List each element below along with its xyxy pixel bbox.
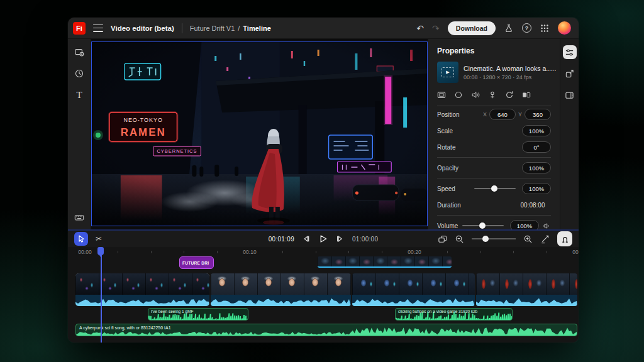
snapping-magnet-button[interactable] [557,231,572,246]
step-back-icon[interactable] [302,234,311,243]
play-button-icon[interactable] [318,234,328,244]
redo-icon[interactable]: ↷ [432,24,440,33]
volume-slider[interactable] [462,225,504,226]
breadcrumb-project[interactable]: Future Drift V1 [190,25,235,32]
speed-slider-knob[interactable] [491,185,497,192]
keyboard-shortcuts-icon[interactable] [74,212,85,223]
video-preview[interactable]: NEO-TOKYO RAMEN CYBERNETICS [91,41,428,226]
undo-icon[interactable]: ↶ [416,24,424,33]
apps-grid-icon[interactable] [540,23,550,33]
divider [182,23,182,33]
video-clip-selected[interactable] [75,273,209,306]
music-clip-label: A cyberpunk sci fi song, with or 8512422… [79,326,171,330]
playhead-handle[interactable] [97,247,104,255]
timeline-area: 00:00 00:10 00:20 00:30 FUTURE DRI [68,247,579,343]
video-clip[interactable] [476,273,577,306]
text-tool-icon[interactable]: T [74,89,85,101]
scale-input[interactable] [522,125,551,136]
ruler-label: 00:10 [241,249,258,255]
clip-thumbnails [476,273,577,295]
properties-tab-button[interactable] [563,45,577,59]
timeline-zoom-knob[interactable] [482,236,489,242]
video-clip[interactable] [211,273,351,306]
playhead-line [101,247,102,343]
zoom-out-icon[interactable] [455,234,464,244]
rotate-label: Rotate [437,144,522,151]
timeline-ruler[interactable]: 00:00 00:10 00:20 00:30 [68,247,579,257]
clip-name: Cinematic. A woman looks a... v.ffgenvid [464,65,557,72]
divider [437,215,551,216]
transport-controls: 00:01:09 01:00:00 [269,234,379,244]
scale-label: Scale [437,128,522,134]
clip-meta: 00:08 · 1280 × 720 · 24 fps [464,74,551,80]
left-toolbar: T [68,39,91,229]
overlay-video-clip[interactable] [318,256,452,268]
timeline-zoom-slider[interactable] [472,238,516,239]
position-label: Position [437,111,480,118]
split-scissors-button[interactable]: ✂ [92,232,106,246]
audio-clip-label: I've been seeing 1 gMF [151,309,193,314]
timeline-zoom-controls [438,231,572,246]
rotate-input[interactable] [522,141,551,153]
snap-playhead-icon[interactable] [540,234,550,244]
fit-frame-icon[interactable] [437,90,446,99]
duration-row: Duration 00:08:00 [437,197,551,213]
audio-clip[interactable]: I've been seeing 1 gMF [148,308,248,321]
properties-title: Properties [437,47,551,55]
breadcrumb: Future Drift V1 / Timeline [190,25,271,32]
audio-clip[interactable]: clicking buttons on a video game 31920 k… [395,308,513,321]
mask-circle-icon[interactable] [454,90,463,99]
fit-to-timeline-icon[interactable] [438,234,447,244]
refresh-icon[interactable] [505,90,514,99]
firefly-logo[interactable]: Fi [73,22,86,35]
clip-thumbnails [211,273,351,295]
zoom-in-icon[interactable] [523,234,533,244]
right-toolbar [560,39,579,229]
ruler-label: 00:30 [570,249,579,255]
text-clip[interactable]: FUTURE DRI [179,256,214,269]
timeline-toolbar: ✂ 00:01:09 01:00:00 [68,229,579,247]
rotate-row: Rotate [437,139,551,155]
position-x-input[interactable] [489,109,516,120]
speed-input[interactable] [522,183,551,194]
video-clip[interactable] [352,273,475,306]
speed-label: Speed [437,185,474,192]
clip-thumbnails [352,273,475,295]
history-clock-icon[interactable] [74,68,85,79]
clip-action-row [437,89,551,106]
download-button[interactable]: Download [448,21,496,35]
ruler-label: 00:20 [406,249,423,255]
step-forward-icon[interactable] [336,234,345,243]
music-clip[interactable]: A cyberpunk sci fi song, with or 8512422… [75,324,577,336]
user-avatar[interactable] [558,21,571,35]
selected-clip-card[interactable]: ▶ Cinematic. A woman looks a... v.ffgenv… [437,62,551,83]
hamburger-menu-icon[interactable] [93,25,103,32]
opacity-row: Opacity [437,160,551,176]
speed-slider[interactable] [474,188,516,189]
anchor-point-icon[interactable] [488,90,497,99]
clip-audio-waveform [211,295,351,306]
mute-speaker-icon[interactable] [543,222,551,230]
scale-row: Scale [437,123,551,139]
beta-flask-icon[interactable] [504,23,514,33]
preview-scene: NEO-TOKYO RAMEN CYBERNETICS [92,42,427,226]
volume-slider-knob[interactable] [479,222,486,229]
clip-audio-waveform [352,295,475,306]
position-row: Position X Y [437,106,551,123]
desktop-background: Fi Video editor (beta) Future Drift V1 /… [0,0,644,362]
opacity-input[interactable] [522,162,551,173]
export-share-button[interactable] [563,67,577,80]
opacity-label: Opacity [437,165,522,172]
flip-layout-icon[interactable] [522,90,531,99]
clip-thumbnails [75,273,209,295]
filmstrip-panel-button[interactable] [563,88,577,102]
media-library-icon[interactable] [74,47,85,58]
position-y-input[interactable] [525,109,551,120]
duration-label: Duration [437,202,514,209]
select-tool-button[interactable] [74,232,88,246]
help-icon[interactable]: ? [522,23,531,33]
audio-speaker-icon[interactable] [471,90,480,99]
divider [437,157,551,158]
main-video-track [68,273,579,306]
clip-audio-waveform [75,295,209,306]
